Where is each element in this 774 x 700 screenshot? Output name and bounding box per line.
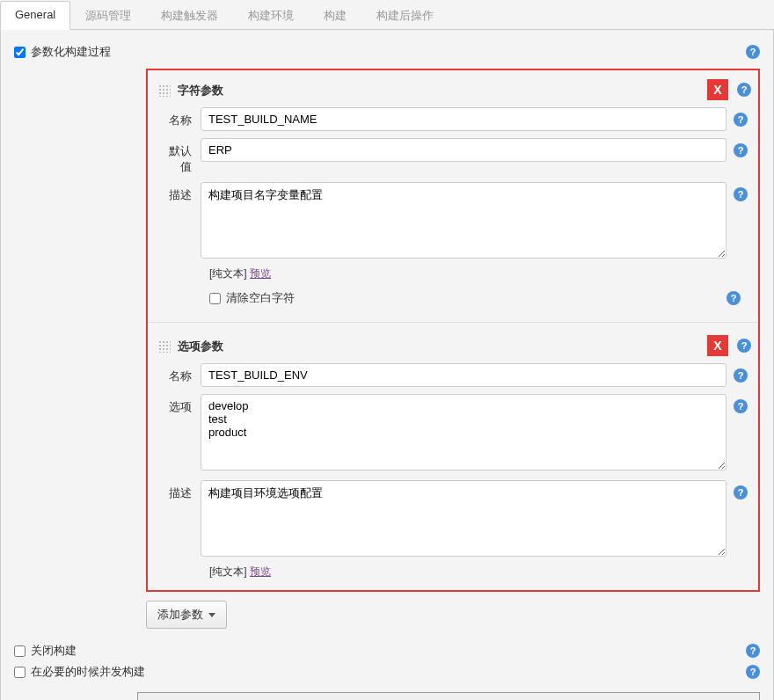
help-icon[interactable]: ? bbox=[727, 291, 741, 305]
preview-link[interactable]: 预览 bbox=[250, 565, 271, 578]
tab-scm[interactable]: 源码管理 bbox=[70, 1, 146, 30]
tab-env[interactable]: 构建环境 bbox=[233, 1, 309, 30]
close-button[interactable]: X bbox=[707, 335, 728, 356]
help-icon[interactable]: ? bbox=[734, 485, 748, 499]
drag-handle-icon[interactable] bbox=[158, 84, 171, 97]
config-tabs: General 源码管理 构建触发器 构建环境 构建 构建后操作 bbox=[0, 0, 774, 30]
choice-param-choices-textarea[interactable]: develop test product bbox=[201, 394, 727, 470]
tab-build[interactable]: 构建 bbox=[309, 1, 361, 30]
desc-label: 描述 bbox=[158, 480, 201, 501]
desc-label: 描述 bbox=[158, 182, 201, 203]
parameterized-build-label: 参数化构建过程 bbox=[31, 44, 111, 60]
help-icon[interactable]: ? bbox=[746, 45, 760, 59]
choice-param-title: 选项参数 bbox=[178, 339, 223, 354]
string-param-title: 字符参数 bbox=[178, 83, 223, 98]
help-icon[interactable]: ? bbox=[737, 339, 751, 353]
disable-build-label: 关闭构建 bbox=[31, 643, 77, 659]
help-icon[interactable]: ? bbox=[734, 368, 748, 383]
disable-build-checkbox[interactable] bbox=[14, 645, 26, 657]
help-icon[interactable]: ? bbox=[734, 399, 748, 413]
add-parameter-label: 添加参数 bbox=[157, 607, 203, 623]
string-param-default-input[interactable] bbox=[201, 138, 727, 162]
tab-post[interactable]: 构建后操作 bbox=[361, 1, 449, 30]
help-icon[interactable]: ? bbox=[734, 143, 748, 157]
choice-param-name-input[interactable] bbox=[201, 363, 727, 387]
concurrent-build-checkbox[interactable] bbox=[14, 667, 26, 678]
choice-parameter-section: 选项参数 X ? 名称 ? 选项 develop test product ? … bbox=[148, 326, 758, 590]
string-parameter-section: 字符参数 X ? 名称 ? 默认值 ? 描述 bbox=[148, 70, 758, 318]
add-parameter-button[interactable]: 添加参数 bbox=[146, 601, 227, 629]
help-icon[interactable]: ? bbox=[746, 665, 760, 679]
preview-link[interactable]: 预览 bbox=[250, 267, 271, 280]
caret-down-icon bbox=[208, 613, 215, 617]
tab-general[interactable]: General bbox=[0, 1, 70, 30]
drag-handle-icon[interactable] bbox=[158, 340, 171, 353]
jdk-select[interactable]: JDK7 bbox=[137, 692, 760, 700]
help-icon[interactable]: ? bbox=[734, 187, 748, 201]
help-icon[interactable]: ? bbox=[737, 83, 751, 97]
trim-whitespace-checkbox[interactable] bbox=[209, 293, 221, 304]
general-content: 参数化构建过程 ? 字符参数 X ? 名称 ? 默认值 bbox=[0, 30, 774, 700]
help-icon[interactable]: ? bbox=[746, 644, 760, 658]
tab-triggers[interactable]: 构建触发器 bbox=[146, 1, 233, 30]
trim-whitespace-label: 清除空白字符 bbox=[226, 290, 295, 306]
close-button[interactable]: X bbox=[707, 79, 728, 100]
default-label: 默认值 bbox=[158, 138, 201, 175]
choices-label: 选项 bbox=[158, 394, 201, 415]
plaintext-label: [纯文本] bbox=[209, 267, 250, 280]
parameters-container: 字符参数 X ? 名称 ? 默认值 ? 描述 bbox=[146, 69, 760, 592]
plaintext-label: [纯文本] bbox=[209, 565, 250, 578]
choice-param-desc-textarea[interactable]: 构建项目环境选项配置 bbox=[201, 480, 727, 557]
string-param-desc-textarea[interactable]: 构建项目名字变量配置 bbox=[201, 182, 727, 259]
help-icon[interactable]: ? bbox=[734, 113, 748, 127]
string-param-name-input[interactable] bbox=[201, 107, 727, 131]
divider bbox=[148, 322, 758, 323]
parameterized-build-checkbox[interactable] bbox=[14, 47, 26, 58]
concurrent-build-label: 在必要的时候并发构建 bbox=[31, 664, 145, 680]
name-label: 名称 bbox=[158, 107, 201, 128]
name-label: 名称 bbox=[158, 363, 201, 384]
